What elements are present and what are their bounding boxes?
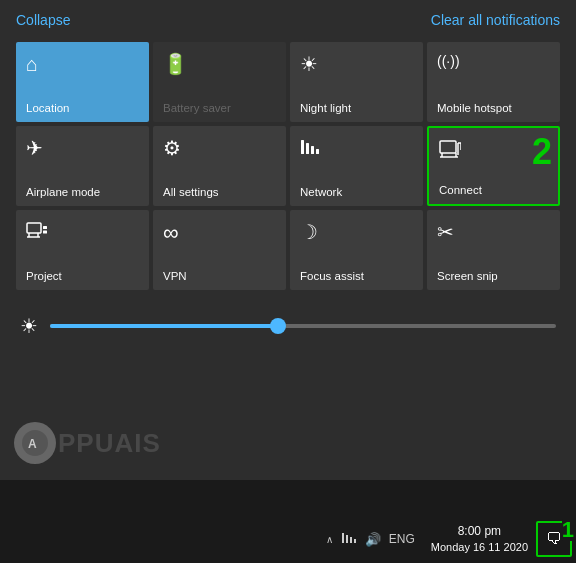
screen-snip-icon: ✂ — [437, 222, 454, 242]
tile-vpn-label: VPN — [163, 270, 276, 282]
action-center-header: Collapse Clear all notifications — [16, 12, 560, 28]
airplane-icon: ✈ — [26, 138, 43, 158]
tile-vpn[interactable]: ∞ VPN — [153, 210, 286, 290]
tile-hotspot-label: Mobile hotspot — [437, 102, 550, 114]
tile-connect-label: Connect — [439, 184, 548, 196]
taskbar-date: Monday 16 11 2020 — [431, 540, 528, 555]
notification-center-button[interactable]: 🗨 1 — [536, 521, 572, 557]
connect-badge: 2 — [532, 134, 552, 170]
night-light-icon: ☀ — [300, 54, 318, 74]
taskbar-network-icon[interactable] — [341, 531, 357, 548]
tile-connect[interactable]: Connect 2 — [427, 126, 560, 206]
notification-badge: 1 — [562, 519, 574, 541]
tile-battery-saver[interactable]: 🔋 Battery saver — [153, 42, 286, 122]
svg-rect-1 — [306, 143, 309, 154]
tile-all-settings[interactable]: ⚙ All settings — [153, 126, 286, 206]
quick-actions-grid: ⌂ Location 🔋 Battery saver ☀ Night light… — [16, 42, 560, 290]
tile-network-label: Network — [300, 186, 413, 198]
brightness-slider-fill — [50, 324, 278, 328]
svg-rect-2 — [311, 146, 314, 154]
tile-network[interactable]: Network — [290, 126, 423, 206]
svg-text:A: A — [28, 437, 37, 451]
connect-icon — [439, 140, 461, 163]
vpn-icon: ∞ — [163, 222, 179, 244]
tile-night-light[interactable]: ☀ Night light — [290, 42, 423, 122]
network-icon — [300, 138, 322, 159]
brightness-control: ☀ — [16, 306, 560, 346]
tile-screen-snip[interactable]: ✂ Screen snip — [427, 210, 560, 290]
taskbar-clock[interactable]: 8:00 pm Monday 16 11 2020 — [423, 523, 536, 555]
taskbar-lang-label[interactable]: ENG — [389, 532, 415, 546]
watermark-logo: A — [14, 422, 56, 464]
tile-airplane-mode[interactable]: ✈ Airplane mode — [16, 126, 149, 206]
tile-location[interactable]: ⌂ Location — [16, 42, 149, 122]
clear-notifications-link[interactable]: Clear all notifications — [431, 12, 560, 28]
svg-rect-19 — [342, 533, 344, 543]
action-center: Collapse Clear all notifications ⌂ Locat… — [0, 0, 576, 480]
svg-rect-11 — [27, 223, 41, 233]
hotspot-icon: ((·)) — [437, 54, 460, 68]
taskbar-system-icons: ∧ 🔊 ENG — [318, 531, 423, 548]
tile-settings-label: All settings — [163, 186, 276, 198]
tile-airplane-label: Airplane mode — [26, 186, 139, 198]
svg-rect-21 — [350, 537, 352, 543]
svg-rect-20 — [346, 535, 348, 543]
collapse-link[interactable]: Collapse — [16, 12, 70, 28]
location-icon: ⌂ — [26, 54, 38, 74]
taskbar-chevron-icon[interactable]: ∧ — [326, 534, 333, 545]
tile-location-label: Location — [26, 102, 139, 114]
tile-focus-assist-label: Focus assist — [300, 270, 413, 282]
taskbar-time: 8:00 pm — [431, 523, 528, 540]
tile-project[interactable]: Project — [16, 210, 149, 290]
watermark-text: PPUAIS — [58, 428, 161, 459]
taskbar-volume-icon[interactable]: 🔊 — [365, 532, 381, 547]
svg-rect-0 — [301, 140, 304, 154]
svg-rect-4 — [440, 141, 456, 153]
svg-rect-3 — [316, 149, 319, 154]
settings-icon: ⚙ — [163, 138, 181, 158]
svg-rect-16 — [43, 231, 47, 234]
notification-icon: 🗨 — [546, 530, 562, 548]
battery-icon: 🔋 — [163, 54, 188, 74]
tile-project-label: Project — [26, 270, 139, 282]
svg-rect-22 — [354, 539, 356, 543]
svg-rect-15 — [43, 226, 47, 229]
tile-screen-snip-label: Screen snip — [437, 270, 550, 282]
focus-assist-icon: ☽ — [300, 222, 318, 242]
tile-battery-label: Battery saver — [163, 102, 276, 114]
tile-focus-assist[interactable]: ☽ Focus assist — [290, 210, 423, 290]
watermark-area: A PPUAIS — [14, 422, 161, 464]
brightness-slider-thumb[interactable] — [270, 318, 286, 334]
brightness-slider-track[interactable] — [50, 324, 556, 328]
tile-mobile-hotspot[interactable]: ((·)) Mobile hotspot — [427, 42, 560, 122]
project-icon — [26, 222, 48, 243]
taskbar: ∧ 🔊 ENG 8:00 pm Monday 16 11 2020 🗨 1 — [0, 515, 576, 563]
brightness-icon: ☀ — [20, 314, 38, 338]
tile-night-light-label: Night light — [300, 102, 413, 114]
